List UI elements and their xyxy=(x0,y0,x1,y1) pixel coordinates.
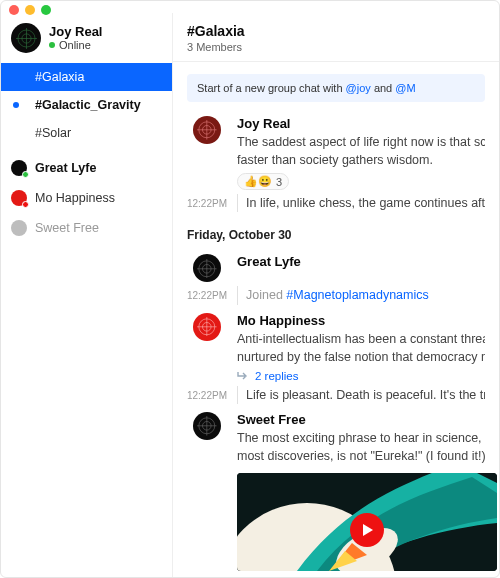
channel-solar[interactable]: #Solar xyxy=(1,119,172,147)
date-divider: Friday, October 30 xyxy=(173,214,499,248)
dm-avatar xyxy=(11,220,27,236)
dm-great-lyfe[interactable]: Great Lyfe xyxy=(1,153,172,183)
reaction-chip[interactable]: 👍😀 3 xyxy=(237,173,289,190)
current-user[interactable]: Joy Real Online xyxy=(1,17,172,63)
current-user-name: Joy Real xyxy=(49,25,102,39)
reply-arrow-icon xyxy=(237,371,249,381)
message-text: The most exciting phrase to hear in scie… xyxy=(237,429,485,447)
message-followup: 12:22PM Joined #Magnetoplamadynamics xyxy=(173,284,499,306)
main-pane: #Galaxia 3 Members Start of a new group … xyxy=(173,13,499,577)
author-avatar[interactable] xyxy=(193,116,221,144)
reaction-emoji: 👍😀 xyxy=(244,175,272,188)
dm-list: Great Lyfe Mo Happiness Sweet Free xyxy=(1,153,172,243)
thread-replies-link[interactable]: 2 replies xyxy=(237,370,485,382)
author-name[interactable]: Sweet Free xyxy=(237,412,485,427)
dm-avatar xyxy=(11,160,27,176)
author-avatar[interactable] xyxy=(193,313,221,341)
start-banner: Start of a new group chat with @joy and … xyxy=(187,74,485,102)
online-indicator-icon xyxy=(49,42,55,48)
author-avatar[interactable] xyxy=(193,412,221,440)
author-name[interactable]: Mo Happiness xyxy=(237,313,485,328)
window-controls xyxy=(1,1,499,13)
presence-icon xyxy=(22,201,29,208)
message-followup: 12:22PM In life, unlike chess, the game … xyxy=(173,192,499,214)
message: Mo Happiness Anti-intellectualism has be… xyxy=(173,307,499,384)
unread-dot-icon xyxy=(13,102,19,108)
message-text: Anti-intellectualism has been a constant… xyxy=(237,330,485,348)
channel-galactic-gravity[interactable]: #Galactic_Gravity xyxy=(1,91,172,119)
message-text: most discoveries, is not "Eureka!" (I fo… xyxy=(237,447,485,465)
channel-galaxia[interactable]: #Galaxia xyxy=(1,63,172,91)
message: Great Lyfe xyxy=(173,248,499,284)
reaction-count: 3 xyxy=(276,176,282,188)
message: Joy Real The saddest aspect of life righ… xyxy=(173,110,499,192)
message-text: Life is pleasant. Death is peaceful. It'… xyxy=(237,386,485,404)
system-text: Joined #Magnetoplamadynamics xyxy=(237,286,485,304)
message-followup: 12:22PM Life is pleasant. Death is peace… xyxy=(173,384,499,406)
message: Sweet Free The most exciting phrase to h… xyxy=(173,406,499,467)
mention[interactable]: @M xyxy=(395,82,415,94)
conversation-title: #Galaxia xyxy=(187,23,485,39)
author-name[interactable]: Joy Real xyxy=(237,116,485,131)
timestamp: 12:22PM xyxy=(187,290,227,301)
channel-list: #Galaxia #Galactic_Gravity #Solar xyxy=(1,63,172,147)
current-user-avatar xyxy=(11,23,41,53)
timestamp: 12:22PM xyxy=(187,390,227,401)
presence-icon xyxy=(22,171,29,178)
channel-link[interactable]: #Magnetoplamadynamics xyxy=(286,288,428,302)
conversation-header: #Galaxia 3 Members xyxy=(173,13,499,62)
message-text: nurtured by the false notion that democr… xyxy=(237,348,485,366)
video-attachment[interactable] xyxy=(237,473,497,571)
dm-avatar xyxy=(11,190,27,206)
author-avatar[interactable] xyxy=(193,254,221,282)
dm-sweet-free[interactable]: Sweet Free xyxy=(1,213,172,243)
message-text: In life, unlike chess, the game continue… xyxy=(237,194,485,212)
current-user-status: Online xyxy=(49,39,102,51)
message-text: faster than society gathers wisdom. xyxy=(237,151,485,169)
app-window: Joy Real Online #Galaxia #Galactic_Gravi… xyxy=(0,0,500,578)
mention[interactable]: @joy xyxy=(346,82,371,94)
timestamp: 12:22PM xyxy=(187,198,227,209)
conversation-subtitle: 3 Members xyxy=(187,41,485,53)
message-stream: Joy Real The saddest aspect of life righ… xyxy=(173,110,499,577)
author-name[interactable]: Great Lyfe xyxy=(237,254,485,269)
play-button-icon xyxy=(350,513,384,547)
sidebar: Joy Real Online #Galaxia #Galactic_Gravi… xyxy=(1,13,173,577)
message-text: The saddest aspect of life right now is … xyxy=(237,133,485,151)
dm-mo-happiness[interactable]: Mo Happiness xyxy=(1,183,172,213)
